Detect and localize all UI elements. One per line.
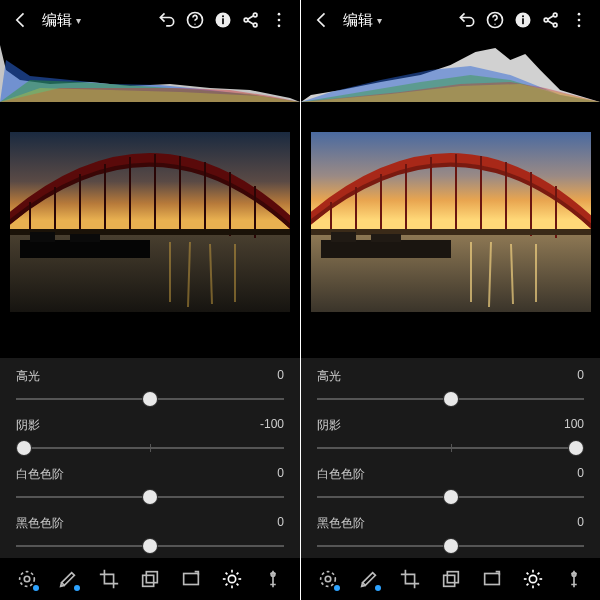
- svg-rect-80: [447, 572, 458, 583]
- slider-shadow[interactable]: 阴影100: [317, 407, 584, 456]
- tool-presets-icon[interactable]: [438, 566, 464, 592]
- mode-selector[interactable]: 编辑 ▾: [42, 11, 81, 30]
- histogram: [301, 40, 600, 102]
- svg-line-90: [526, 584, 528, 586]
- svg-point-56: [578, 25, 581, 28]
- image-preview[interactable]: [301, 102, 600, 342]
- slider-group: 高光0 阴影100 白色色阶0 黑色色阶0: [301, 358, 600, 558]
- svg-point-10: [278, 25, 281, 28]
- tool-color-icon[interactable]: [561, 566, 587, 592]
- svg-point-6: [253, 13, 257, 17]
- svg-rect-24: [20, 240, 150, 258]
- svg-line-42: [237, 584, 239, 586]
- svg-point-77: [320, 572, 335, 587]
- slider-label: 高光: [16, 368, 40, 385]
- svg-rect-79: [443, 575, 454, 586]
- svg-point-9: [278, 19, 281, 22]
- back-icon[interactable]: [311, 9, 333, 31]
- slider-label: 白色色阶: [317, 466, 365, 483]
- svg-point-47: [494, 24, 495, 25]
- spacer: [0, 342, 300, 358]
- slider-label: 黑色色阶: [16, 515, 64, 532]
- svg-point-4: [222, 15, 224, 17]
- spacer: [301, 342, 600, 358]
- tool-heal-icon[interactable]: [55, 566, 81, 592]
- help-icon[interactable]: [184, 9, 206, 31]
- info-icon[interactable]: [212, 9, 234, 31]
- chevron-down-icon: ▾: [76, 15, 81, 26]
- panel-left: 编辑 ▾: [0, 0, 300, 600]
- svg-point-82: [529, 575, 536, 582]
- tool-selective-icon[interactable]: [14, 566, 40, 592]
- svg-point-36: [229, 575, 236, 582]
- svg-rect-26: [70, 234, 100, 242]
- mode-selector[interactable]: 编辑 ▾: [343, 11, 382, 30]
- slider-highlight[interactable]: 高光0: [16, 358, 284, 407]
- chevron-down-icon: ▾: [377, 15, 382, 26]
- share-icon[interactable]: [540, 9, 562, 31]
- svg-rect-49: [522, 18, 524, 24]
- svg-point-50: [522, 15, 524, 17]
- slider-highlight[interactable]: 高光0: [317, 358, 584, 407]
- svg-point-52: [553, 13, 557, 17]
- svg-rect-72: [371, 234, 401, 242]
- tool-auto-icon[interactable]: [178, 566, 204, 592]
- svg-rect-25: [30, 232, 55, 242]
- tool-color-icon[interactable]: [260, 566, 286, 592]
- svg-rect-34: [146, 572, 157, 583]
- slider-value: 0: [577, 466, 584, 483]
- tool-light-icon[interactable]: [219, 566, 245, 592]
- svg-point-31: [19, 572, 34, 587]
- slider-label: 白色色阶: [16, 466, 64, 483]
- svg-line-44: [226, 584, 228, 586]
- slider-black[interactable]: 黑色色阶0: [317, 505, 584, 554]
- svg-point-8: [278, 13, 281, 16]
- svg-rect-70: [321, 240, 451, 258]
- more-icon[interactable]: [568, 9, 590, 31]
- slider-white[interactable]: 白色色阶0: [317, 456, 584, 505]
- more-icon[interactable]: [268, 9, 290, 31]
- help-icon[interactable]: [484, 9, 506, 31]
- share-icon[interactable]: [240, 9, 262, 31]
- undo-icon[interactable]: [456, 9, 478, 31]
- tool-light-icon[interactable]: [520, 566, 546, 592]
- undo-icon[interactable]: [156, 9, 178, 31]
- tool-presets-icon[interactable]: [137, 566, 163, 592]
- tool-crop-icon[interactable]: [96, 566, 122, 592]
- svg-line-88: [537, 584, 539, 586]
- tool-crop-icon[interactable]: [397, 566, 423, 592]
- app-comparison: 编辑 ▾: [0, 0, 600, 600]
- svg-point-7: [253, 23, 257, 27]
- slider-label: 黑色色阶: [317, 515, 365, 532]
- histogram: [0, 40, 300, 102]
- panel-right: 编辑 ▾: [300, 0, 600, 600]
- svg-rect-81: [484, 574, 499, 585]
- info-icon[interactable]: [512, 9, 534, 31]
- slider-value: 0: [277, 515, 284, 532]
- svg-line-43: [237, 573, 239, 575]
- mode-label: 编辑: [42, 11, 72, 30]
- tool-selective-icon[interactable]: [315, 566, 341, 592]
- slider-value: 0: [277, 466, 284, 483]
- svg-line-87: [526, 573, 528, 575]
- tool-auto-icon[interactable]: [479, 566, 505, 592]
- svg-line-89: [537, 573, 539, 575]
- tool-heal-icon[interactable]: [356, 566, 382, 592]
- top-bar: 编辑 ▾: [301, 0, 600, 40]
- slider-label: 阴影: [317, 417, 341, 434]
- svg-point-1: [194, 24, 195, 25]
- slider-group: 高光0 阴影-100 白色色阶0 黑色色阶0: [0, 358, 300, 558]
- back-icon[interactable]: [10, 9, 32, 31]
- top-bar: 编辑 ▾: [0, 0, 300, 40]
- slider-shadow[interactable]: 阴影-100: [16, 407, 284, 456]
- slider-white[interactable]: 白色色阶0: [16, 456, 284, 505]
- slider-black[interactable]: 黑色色阶0: [16, 505, 284, 554]
- svg-rect-33: [143, 575, 154, 586]
- svg-rect-71: [331, 232, 356, 242]
- slider-label: 阴影: [16, 417, 40, 434]
- svg-rect-35: [184, 574, 199, 585]
- slider-value: 0: [577, 515, 584, 532]
- svg-point-55: [578, 19, 581, 22]
- image-preview[interactable]: [0, 102, 300, 342]
- slider-value: 0: [577, 368, 584, 385]
